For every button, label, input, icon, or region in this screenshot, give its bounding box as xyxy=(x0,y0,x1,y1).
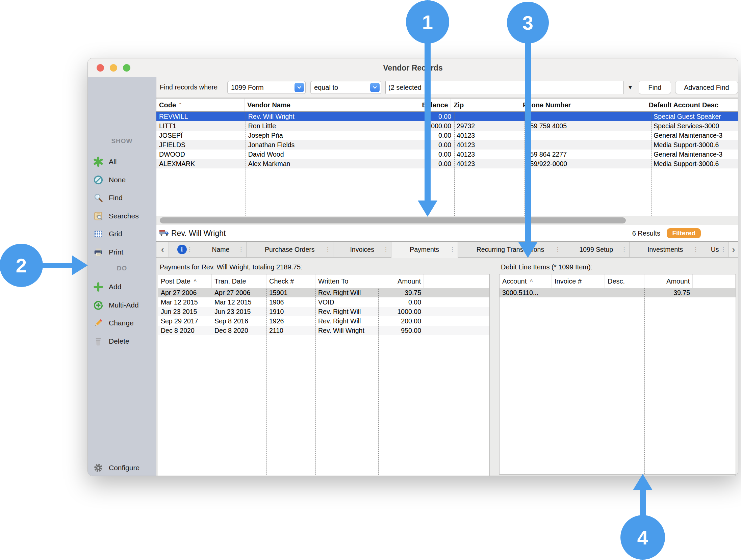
column-header-balance[interactable]: Balance xyxy=(357,99,451,111)
tab-purchase-orders[interactable]: Purchase Orders⋮ xyxy=(247,242,333,257)
sidebar-item-label: None xyxy=(109,176,126,184)
sidebar-section-do: DO xyxy=(88,265,156,272)
operator-dropdown[interactable]: equal to xyxy=(310,81,381,94)
tab-info[interactable]: i⋮ xyxy=(169,242,195,257)
column-header-vendor-name[interactable]: Vendor Name xyxy=(245,99,357,111)
column-header-amount[interactable]: Amount xyxy=(378,274,424,288)
tab-invoices[interactable]: Invoices⋮ xyxy=(333,242,391,257)
history-dropdown-arrow[interactable]: ▾ xyxy=(629,83,632,91)
cell: 2110 xyxy=(266,326,315,335)
tab-1099-setup[interactable]: 1099 Setup⋮ xyxy=(563,242,630,257)
results-count: 6 Results xyxy=(632,225,660,241)
field-dropdown-value: 1099 Form xyxy=(228,84,295,91)
tab-us[interactable]: Us⋮ xyxy=(701,242,729,257)
column-separator xyxy=(552,288,552,474)
vendor-row[interactable]: DWOODDavid Wood0.0040123859 864 2277Gene… xyxy=(156,150,738,159)
sidebar-item-label: Multi-Add xyxy=(109,301,139,309)
callout-2-arrow xyxy=(42,263,73,268)
sidebar-item-searches[interactable]: Searches xyxy=(93,209,139,223)
payment-row[interactable]: Dec 8 2020Dec 8 20202110Rev. Will Wright… xyxy=(158,326,489,335)
sidebar-item-all[interactable]: All xyxy=(93,155,117,168)
cell: 859 864 2277 xyxy=(524,150,651,159)
column-header-zip[interactable]: Zip xyxy=(451,99,520,111)
filtered-badge[interactable]: Filtered xyxy=(667,228,701,238)
detail-vendor-name: Rev. Will Wright xyxy=(171,225,226,241)
tab-recurring-transactions[interactable]: Recurring Transactions⋮ xyxy=(458,242,563,257)
sidebar-item-none[interactable]: None xyxy=(93,173,126,187)
column-header-code[interactable]: Codeˇ xyxy=(156,99,245,111)
sidebar-item-print[interactable]: Print xyxy=(93,245,123,259)
cell: 40123 xyxy=(454,140,524,150)
sidebar-item-grid[interactable]: Grid xyxy=(93,227,122,241)
tabs-scroll-right[interactable]: › xyxy=(729,242,738,257)
debit-table-header: Account^Invoice #Desc.Amount xyxy=(500,274,736,288)
payment-row[interactable]: Mar 12 2015Mar 12 20151906VOID0.00 xyxy=(158,297,489,307)
column-header-tran-date[interactable]: Tran. Date xyxy=(212,274,266,288)
search-value-input[interactable]: (2 selected xyxy=(385,81,624,94)
sidebar-item-label: Searches xyxy=(109,212,139,220)
cell: Mar 12 2015 xyxy=(212,297,266,307)
column-separator xyxy=(424,288,424,476)
tab-name[interactable]: Name⋮ xyxy=(195,242,247,257)
sidebar-item-label: Delete xyxy=(109,337,129,345)
no-entry-icon xyxy=(93,174,104,186)
cell: Apr 27 2006 xyxy=(212,288,266,297)
vendor-row[interactable]: JOSEPÎJoseph Pńa0.0040123General Mainten… xyxy=(156,131,738,140)
cell xyxy=(454,112,524,121)
cell: 0.00 xyxy=(359,140,454,150)
column-header-post-date[interactable]: Post Date^ xyxy=(158,274,212,288)
cell: Rev. Right Will xyxy=(315,307,378,316)
column-header-default-account-desc[interactable]: Default Account Desc xyxy=(646,99,732,111)
callout-2-arrowhead xyxy=(72,256,88,275)
info-icon: i xyxy=(177,245,187,254)
cell: 859/922-0000 xyxy=(524,159,651,168)
detail-panel: Payments for Rev. Will Wright, totaling … xyxy=(156,258,738,476)
sidebar: SHOW All None Find xyxy=(88,77,156,476)
sidebar-item-label: Change xyxy=(109,319,134,327)
payment-row[interactable]: Sep 29 2017Sep 8 20161926Rev. Right Will… xyxy=(158,316,489,326)
advanced-find-button[interactable]: Advanced Find xyxy=(675,81,738,94)
column-header-desc-[interactable]: Desc. xyxy=(605,274,644,288)
vendor-row[interactable]: JFIELDSJonathan Fields0.0040123Media Sup… xyxy=(156,140,738,150)
cell: General Maintenance-3 xyxy=(651,131,738,140)
horizontal-scrollbar-thumb[interactable] xyxy=(160,217,626,223)
search-bar: Find records where 1099 Form equal to (2… xyxy=(156,77,738,98)
cell: Sep 8 2016 xyxy=(212,316,266,326)
vendor-row[interactable]: ALEXMARKAlex Markman0.0040123859/922-000… xyxy=(156,159,738,168)
sidebar-item-change[interactable]: Change xyxy=(93,316,134,330)
cell: 39.75 xyxy=(378,288,424,297)
column-header-check-[interactable]: Check # xyxy=(266,274,315,288)
sidebar-item-delete[interactable]: Delete xyxy=(93,335,129,348)
column-separator xyxy=(378,288,379,476)
cell: 40123 xyxy=(454,159,524,168)
cell: 40123 xyxy=(454,131,524,140)
tab-handle-dots: ⋮ xyxy=(555,246,560,253)
field-dropdown[interactable]: 1099 Form xyxy=(227,81,306,94)
tab-investments[interactable]: Investments⋮ xyxy=(630,242,701,257)
column-header-written-to[interactable]: Written To xyxy=(315,274,378,288)
column-header-account[interactable]: Account^ xyxy=(500,274,552,288)
sidebar-item-multi-add[interactable]: Multi-Add xyxy=(93,298,139,312)
payment-row[interactable]: Apr 27 2006Apr 27 200615901Rev. Right Wi… xyxy=(158,288,489,297)
cell: Rev. Will Wright xyxy=(315,326,378,335)
tab-label: Invoices xyxy=(350,246,374,254)
screenshot-stage: Vendor Records SHOW All None xyxy=(0,0,741,560)
column-header-invoice-[interactable]: Invoice # xyxy=(552,274,605,288)
find-button[interactable]: Find xyxy=(639,81,671,94)
sidebar-item-find[interactable]: Find xyxy=(93,191,123,205)
tabs-scroll-left[interactable]: ‹ xyxy=(156,242,169,257)
sort-indicator: ^ xyxy=(530,278,533,285)
column-header-phone-number[interactable]: Phone Number xyxy=(520,99,646,111)
sort-indicator: ^ xyxy=(194,278,197,285)
tab-payments[interactable]: Payments⋮ xyxy=(391,242,458,258)
vendor-row[interactable]: LITT1Ron Little-1000.0029732859 759 4005… xyxy=(156,121,738,131)
sidebar-item-configure[interactable]: Configure xyxy=(93,461,139,475)
sidebar-item-add[interactable]: Add xyxy=(93,280,121,294)
vendor-row[interactable]: REVWILLRev. Will Wright0.00Special Guest… xyxy=(156,112,738,121)
column-separator xyxy=(246,112,246,216)
tab-handle-dots: ⋮ xyxy=(187,246,193,253)
tab-handle-dots: ⋮ xyxy=(450,246,455,253)
debit-row[interactable]: 3000.5110...39.75 xyxy=(500,288,736,297)
payment-row[interactable]: Jun 23 2015Jun 23 20151910Rev. Right Wil… xyxy=(158,307,489,316)
column-header-amount[interactable]: Amount xyxy=(644,274,693,288)
